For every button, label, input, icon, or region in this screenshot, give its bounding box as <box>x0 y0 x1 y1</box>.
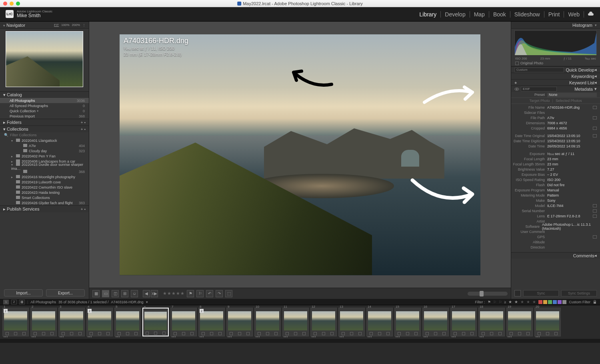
flag-reject-icon[interactable]: ⚐ <box>196 290 204 297</box>
collection-item[interactable]: Cloudy day323 <box>0 148 89 153</box>
filmstrip-thumb[interactable]: 10••• <box>254 308 281 336</box>
add-collection-icon[interactable]: + ▪ <box>81 127 86 131</box>
color-label-chip[interactable] <box>553 300 557 304</box>
navigator-header[interactable]: ▾ Navigator FIT 100% 200% ⋮ <box>0 22 89 29</box>
goto-icon[interactable] <box>593 215 597 218</box>
filmstrip-thumb[interactable]: 9••• <box>226 308 253 336</box>
collection-item[interactable]: ▸20220402 Pen Y Fan <box>0 153 89 159</box>
catalog-item[interactable]: All Synced Photographs0 <box>0 103 89 108</box>
metadata-set-select[interactable]: EXIF <box>521 87 557 91</box>
catalog-item[interactable]: Previous Import368 <box>0 113 89 119</box>
filmstrip-thumb[interactable]: 42••• <box>86 308 113 336</box>
color-label-chip[interactable] <box>562 300 566 304</box>
import-button[interactable]: Import... <box>4 289 43 296</box>
histogram[interactable] <box>514 30 597 55</box>
export-button[interactable]: Export... <box>46 289 85 296</box>
rating-stars[interactable]: ★★★★★ <box>163 291 184 296</box>
rotate-ccw-icon[interactable]: ↶ <box>206 290 213 297</box>
module-book[interactable]: Book <box>489 11 510 18</box>
filmstrip-thumb[interactable]: 3••• <box>58 308 85 336</box>
sync-settings-button[interactable]: Sync Settings <box>561 290 597 296</box>
prev-photo-icon[interactable]: ◀ <box>143 290 150 297</box>
original-photo-checkbox[interactable]: Original Photo <box>511 60 600 66</box>
collection-item[interactable]: ▾20220401 Llangattock <box>0 138 89 143</box>
module-slideshow[interactable]: Slideshow <box>510 11 544 18</box>
loupe-view-icon[interactable]: ▭ <box>102 290 109 297</box>
traffic-lights[interactable] <box>3 2 20 6</box>
folders-header[interactable]: ▸ Folders+ ▪ <box>0 119 89 125</box>
goto-icon[interactable] <box>593 134 597 137</box>
survey-view-icon[interactable]: ⊞ <box>121 290 128 297</box>
eye-icon[interactable] <box>514 87 519 91</box>
collections-filter-input[interactable] <box>10 133 85 137</box>
goto-icon[interactable] <box>593 204 597 207</box>
filmstrip-thumb[interactable]: 15••• <box>394 308 421 336</box>
add-publish-icon[interactable]: + ▪ <box>81 207 86 211</box>
catalog-item[interactable]: All Photographs3036 <box>0 98 89 103</box>
minimize-icon[interactable] <box>10 2 14 6</box>
loupe-view[interactable]: A7403166-HDR.dng ¹⁄₂₅₀ sec at ƒ / 11, IS… <box>89 22 511 288</box>
rotate-cw-icon[interactable]: ↷ <box>216 290 223 297</box>
collection-item[interactable]: A7iv404 <box>0 143 89 148</box>
filmstrip-thumb[interactable]: 12••• <box>310 308 337 336</box>
publish-header[interactable]: ▸ Publish Services+ ▪ <box>0 206 89 212</box>
cloud-sync-icon[interactable] <box>584 12 594 17</box>
filter-star-icon[interactable]: ★ <box>508 300 512 304</box>
metadata-target-toggle[interactable]: Target Photo|Selected Photos <box>511 97 600 104</box>
metadata-preset-select[interactable]: None <box>547 93 597 97</box>
filmstrip-thumb[interactable]: 6••• <box>142 308 169 336</box>
grid-toggle-icon[interactable]: ▦ <box>19 300 25 304</box>
catalog-header[interactable]: ▾ Catalog <box>0 91 89 98</box>
filmstrip-thumb[interactable]: 5••• <box>114 308 141 336</box>
thumbnail-size-slider[interactable] <box>468 292 508 296</box>
quick-develop-header[interactable]: Custom Quick Develop◂ <box>511 66 600 73</box>
sync-select-icon[interactable]: ⬚ <box>225 290 232 297</box>
catalog-item[interactable]: Quick Collection +0 <box>0 108 89 113</box>
module-print[interactable]: Print <box>544 11 564 18</box>
metadata-header[interactable]: EXIF Metadata▾ <box>511 86 600 92</box>
compare-view-icon[interactable]: ◫ <box>112 290 119 297</box>
goto-icon[interactable] <box>593 116 597 119</box>
filter-flag-pick-icon[interactable]: ⚑ <box>488 300 491 304</box>
filter-flag-unflagged-icon[interactable]: ⚐ <box>493 300 496 304</box>
collection-item[interactable]: ▾20220415 Durdle door sunrise sharper im… <box>0 164 89 169</box>
sync-button[interactable]: Sync <box>523 290 559 296</box>
goto-icon[interactable] <box>593 106 597 109</box>
module-library[interactable]: Library <box>416 11 441 18</box>
collection-item[interactable]: 20220426 Glyder fach and flight383 <box>0 200 89 205</box>
collections-header[interactable]: ▾ Collections+ ▪ <box>0 126 89 132</box>
second-window-icon[interactable]: 2 <box>11 300 17 304</box>
collection-item[interactable]: ▸20220416 Moonlight photography <box>0 174 89 179</box>
filter-lock-icon[interactable] <box>593 300 597 304</box>
navigator-zoom[interactable]: FIT 100% 200% ⋮ <box>54 23 86 27</box>
filter-flag-reject-icon[interactable]: ⚐ <box>499 300 502 304</box>
filmstrip-thumb[interactable]: 2••• <box>30 308 57 336</box>
keywording-header[interactable]: Keywording◂ <box>511 73 600 79</box>
navigator-preview[interactable] <box>6 31 83 87</box>
maximize-icon[interactable] <box>16 2 20 6</box>
comments-header[interactable]: Comments◂ <box>511 252 600 259</box>
keyword-list-header[interactable]: +Keyword List◂ <box>511 79 600 86</box>
current-filename[interactable]: A7403166-HDR.dng <box>111 300 143 304</box>
close-icon[interactable] <box>3 2 7 6</box>
filmstrip-thumb[interactable]: 13••• <box>338 308 365 336</box>
filmstrip-thumb[interactable]: 17••• <box>450 308 477 336</box>
filmstrip-thumb[interactable]: 82••• <box>198 308 225 336</box>
filmstrip-thumb[interactable]: 11••• <box>282 308 309 336</box>
people-view-icon[interactable]: ☺ <box>131 290 138 297</box>
collection-item[interactable]: 20220422 Cwmorthin ISO slave <box>0 185 89 190</box>
color-label-chip[interactable] <box>538 300 542 304</box>
color-label-chip[interactable] <box>548 300 552 304</box>
color-label-chip[interactable] <box>543 300 547 304</box>
collection-item[interactable]: 20220423 Haida testing <box>0 190 89 195</box>
collection-item[interactable]: 20220419 Lulworth cove <box>0 179 89 185</box>
goto-icon[interactable] <box>593 209 597 213</box>
sync-toggle-icon[interactable] <box>514 290 521 296</box>
filmstrip-thumb[interactable]: 7••• <box>170 308 197 336</box>
collection-item[interactable]: Smart Collections <box>0 195 89 200</box>
filmstrip-thumb[interactable]: 14••• <box>366 308 393 336</box>
filmstrip-thumb[interactable]: 19••• <box>506 308 533 336</box>
quick-develop-select[interactable]: Custom <box>514 68 564 72</box>
module-develop[interactable]: Develop <box>441 11 470 18</box>
filmstrip-thumb[interactable]: 16••• <box>422 308 449 336</box>
